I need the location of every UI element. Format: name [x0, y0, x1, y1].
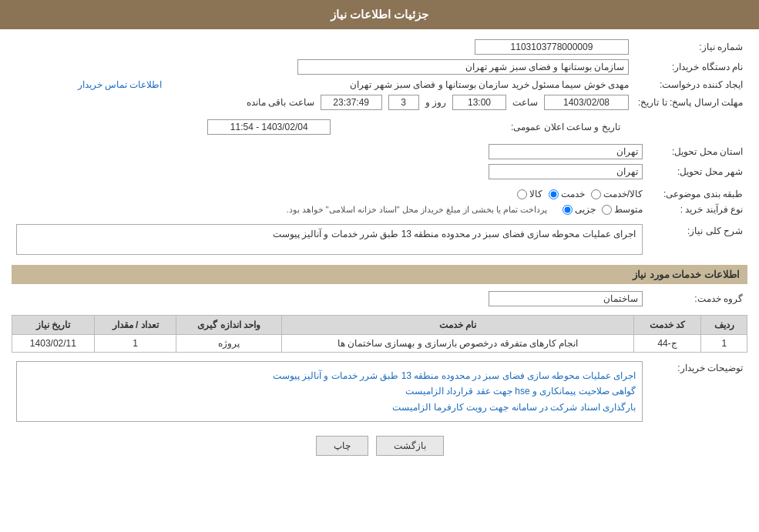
tarikh-elan-spacer [625, 117, 647, 137]
cell-radif: 1 [701, 335, 747, 353]
sharh-text: اجرای عملیات محوطه سازی فضای سبز در محدو… [273, 229, 636, 239]
services-grid: ردیف کد خدمت نام خدمت واحد اندازه گیری ت… [12, 315, 747, 353]
col-kod: کد خدمت [633, 316, 701, 335]
page-container: جزئیات اطلاعات نیاز شماره نیاز: 11031037… [0, 0, 759, 532]
buttons-row: بازگشت چاپ [12, 436, 747, 456]
cell-tarikh: 1403/02/11 [12, 335, 95, 353]
cell-vahed: پروژه [176, 335, 282, 353]
saat-field: 13:00 [452, 95, 506, 110]
page-header: جزئیات اطلاعات نیاز [0, 0, 759, 29]
main-info-table: شماره نیاز: 1103103778000009 نام دستگاه … [12, 37, 747, 112]
nam-dastgah-value: سازمان بوستانها و فضای سبز شهر تهران [12, 57, 633, 77]
print-button[interactable]: چاپ [316, 436, 368, 456]
khadamat-section-title: اطلاعات خدمات مورد نیاز [12, 265, 747, 284]
rooz-label: روز و [425, 97, 446, 108]
radio-kala-label: کالا [529, 189, 542, 199]
goroh-input: ساختمان [489, 291, 643, 306]
cell-nam: انجام کارهای متفرقه درخصوص بازسازی و بهس… [282, 335, 634, 353]
towzih-table: توضیحات خریدار: اجرای عملیات محوطه سازی … [12, 359, 747, 424]
ijad-text: مهدی خوش سیما مسئول خرید سازمان بوستانها… [350, 79, 629, 90]
sharh-box: اجرای عملیات محوطه سازی فضای سبز در محدو… [16, 224, 643, 255]
radio-khadmat-label: خدمت [561, 189, 585, 199]
ostan-input: تهران [489, 144, 643, 159]
col-vahed: واحد اندازه گیری [176, 316, 282, 335]
radio-khadmat[interactable]: خدمت [549, 189, 585, 199]
tabaqe-table: طبقه بندی موضوعی: کالا/خدمت خدمت کالا [12, 186, 747, 217]
radio-jozii-input[interactable] [563, 205, 573, 215]
table-row: 1ج-44انجام کارهای متفرقه درخصوص بازسازی … [12, 335, 747, 353]
location-table: استان محل تحویل: تهران شهر محل تحویل: ته… [12, 142, 747, 182]
ostan-label: استان محل تحویل: [647, 142, 747, 162]
shahr-label: شهر محل تحویل: [647, 162, 747, 182]
mohlat-value: 1403/02/08 ساعت 13:00 روز و 3 23:37:49 س… [12, 92, 633, 112]
radio-kala-input[interactable] [517, 189, 527, 199]
cell-kod: ج-44 [633, 335, 701, 353]
col-tedad: تعداد / مقدار [94, 316, 176, 335]
noe-farayand-note: پرداخت تمام یا بخشی از مبلغ خریداز محل "… [286, 205, 547, 215]
goroh-value: ساختمان [12, 289, 647, 309]
radio-jozii[interactable]: جزیی [563, 204, 596, 215]
col-tarikh: تاریخ نیاز [12, 316, 95, 335]
shomare-niaz-value: 1103103778000009 [182, 37, 633, 57]
ijad-label: ایجاد کننده درخواست: [633, 77, 747, 92]
towzih-value: اجرای عملیات محوطه سازی فضای سبز در محدو… [12, 359, 647, 424]
back-button[interactable]: بازگشت [376, 436, 444, 456]
radio-kala-khadmat[interactable]: کالا/خدمت [591, 189, 643, 199]
noe-farayand-options: متوسط جزیی پرداخت تمام یا بخشی از مبلغ خ… [12, 202, 647, 217]
radio-motavvaset-label: متوسط [614, 204, 643, 215]
radio-kala[interactable]: کالا [517, 189, 542, 199]
tabaqe-label: طبقه بندی موضوعی: [647, 186, 747, 202]
radio-motavvaset-input[interactable] [602, 205, 612, 215]
mohlat-label: مهلت ارسال پاسخ: تا تاریخ: [633, 92, 747, 112]
goroh-table: گروه خدمت: ساختمان [12, 289, 747, 309]
elan-table: تاریخ و ساعت اعلان عمومی: 1403/02/04 - 1… [12, 117, 747, 137]
radio-jozii-label: جزیی [575, 204, 596, 215]
sharh-label: شرح کلی نیاز: [647, 222, 747, 257]
saat-label: ساعت [512, 97, 538, 108]
tabaqe-options: کالا/خدمت خدمت کالا [12, 186, 647, 202]
tarikh-elan-label-text: تاریخ و ساعت اعلان عمومی: [335, 117, 624, 137]
rooz-field: 3 [388, 95, 419, 110]
towzih-line: بارگذاری اسناد شرکت در سامانه جهت رویت ک… [23, 400, 636, 415]
sharh-table: شرح کلی نیاز: اجرای عملیات محوطه سازی فض… [12, 222, 747, 257]
saat-baqi-field: 23:37:49 [321, 95, 382, 110]
radio-khadmat-input[interactable] [549, 189, 559, 199]
shomare-niaz-label: شماره نیاز: [633, 37, 747, 57]
radio-kala-khadmat-label: کالا/خدمت [603, 189, 643, 199]
cell-tedad: 1 [94, 335, 176, 353]
ostan-value: تهران [12, 142, 647, 162]
towzih-line: گواهی صلاحیت پیمانکاری و hse جهت عقد قرا… [23, 383, 636, 399]
tarikh-field: 1403/02/08 [544, 95, 629, 110]
sharh-value: اجرای عملیات محوطه سازی فضای سبز در محدو… [12, 222, 647, 257]
ijad-value: مهدی خوش سیما مسئول خرید سازمان بوستانها… [166, 77, 633, 92]
radio-motavvaset[interactable]: متوسط [602, 204, 643, 215]
towzih-line: اجرای عملیات محوطه سازی فضای سبز در محدو… [23, 368, 636, 383]
towzih-box: اجرای عملیات محوطه سازی فضای سبز در محدو… [16, 361, 643, 422]
towzih-label: توضیحات خریدار: [647, 359, 747, 424]
saat-baqi-label: ساعت باقی مانده [247, 97, 314, 108]
col-nam: نام خدمت [282, 316, 634, 335]
radio-kala-khadmat-input[interactable] [591, 189, 601, 199]
nam-dastgah-input: سازمان بوستانها و فضای سبز شهر تهران [297, 59, 629, 75]
tarikh-elan-value: 1403/02/04 - 11:54 [207, 119, 331, 135]
col-radif: ردیف [701, 316, 747, 335]
shahr-input: تهران [489, 164, 643, 179]
content-area: شماره نیاز: 1103103778000009 نام دستگاه … [0, 29, 759, 471]
goroh-label: گروه خدمت: [647, 289, 747, 309]
nam-dastgah-label: نام دستگاه خریدار: [633, 57, 747, 77]
tarikh-elan-label [647, 117, 747, 137]
shomare-niaz-input: 1103103778000009 [475, 39, 629, 55]
ettelaat-tamas-link[interactable]: اطلاعات تماس خریدار [78, 79, 163, 90]
noe-farayand-label: نوع فرآیند خرید : [647, 202, 747, 217]
shahr-value: تهران [12, 162, 647, 182]
page-title: جزئیات اطلاعات نیاز [331, 8, 428, 21]
